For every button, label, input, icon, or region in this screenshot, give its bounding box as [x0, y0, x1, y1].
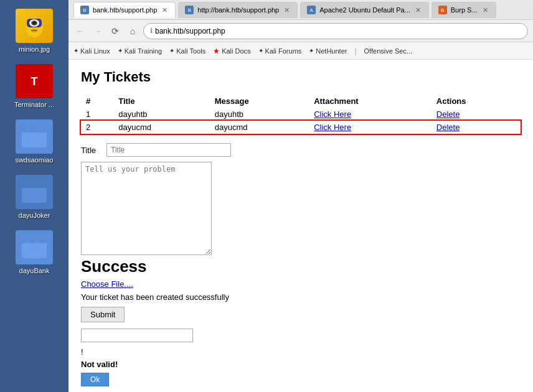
svg-text:T: T: [31, 75, 38, 88]
bookmark-kali-docs-label: Kali Docs: [222, 47, 250, 55]
tab2-title: http://bank.htb/support.php: [197, 6, 279, 14]
bookmark-kali-linux[interactable]: ✦ Kali Linux: [73, 47, 110, 55]
terminal-icon: T: [16, 64, 53, 98]
svg-point-4: [32, 21, 36, 24]
bookmark-kali-training[interactable]: ✦ Kali Training: [118, 47, 163, 55]
dayubank-label: dayuBank: [19, 267, 50, 274]
bookmark-kali-forums[interactable]: ✦ Kali Forums: [258, 47, 302, 55]
tab-3[interactable]: A Apache2 Ubuntu Default Pa... ✕: [300, 2, 429, 18]
form-title-row: Title: [81, 143, 521, 157]
empty-input[interactable]: [81, 329, 193, 342]
col-header-num: #: [81, 95, 113, 108]
success-area: Success: [81, 257, 521, 276]
col-header-message: Message: [210, 95, 309, 108]
bookmark-kali-tools-label: Kali Tools: [176, 47, 205, 55]
success-label: Success: [81, 257, 147, 276]
tab3-favicon: A: [307, 6, 316, 14]
table-header-row: # Title Message Attachment Actions: [81, 95, 521, 108]
table-row-highlighted: 2 dayucmd dayucmd Click Here Delete: [81, 121, 521, 134]
tab1-close[interactable]: ✕: [161, 6, 169, 14]
tab4-favicon: B: [438, 6, 447, 14]
row2-title: dayucmd: [113, 121, 210, 134]
bookmark-kali-tools[interactable]: ✦ Kali Tools: [169, 47, 205, 55]
desktop-icon-terminator[interactable]: T Terminator ...: [6, 62, 62, 111]
url-bar[interactable]: ℹ bank.htb/support.php: [143, 23, 528, 39]
bookmark-kali-training-label: Kali Training: [125, 47, 163, 55]
bookmark-nethunter[interactable]: ✦ NetHunter: [309, 47, 347, 55]
kali-forums-star: ✦: [258, 47, 263, 54]
swdsaomiao-label: swdsaomiao: [15, 156, 53, 164]
desktop-icon-dayujoker[interactable]: dayuJoker: [6, 172, 62, 222]
row1-attachment-link[interactable]: Click Here: [314, 110, 351, 119]
browser-addressbar: ← → ⟳ ⌂ ℹ bank.htb/support.php: [68, 20, 533, 42]
tab-4[interactable]: B Burp S... ✕: [432, 2, 496, 18]
url-text: bank.htb/support.php: [155, 27, 225, 35]
home-button[interactable]: ⌂: [126, 24, 139, 38]
minion-icon: [16, 9, 53, 43]
kali-training-star: ✦: [118, 47, 123, 54]
page-content: My Tickets # Title Message Attachment Ac…: [68, 60, 533, 392]
col-header-title: Title: [113, 95, 210, 108]
col-header-attachment: Attachment: [309, 95, 432, 108]
textarea-row: [81, 162, 521, 257]
tab1-title: bank.htb/support.php: [93, 6, 157, 14]
not-valid-text: Not valid!: [81, 360, 521, 369]
desktop-icon-swdsaomiao[interactable]: swdsaomiao: [6, 117, 62, 166]
table-row: 1 dayuhtb dayuhtb Click Here Delete: [81, 108, 521, 121]
kali-docs-icon: ★: [213, 47, 220, 55]
tab-2[interactable]: B http://bank.htb/support.php ✕: [178, 2, 298, 18]
col-header-actions: Actions: [432, 95, 521, 108]
dayujoker-label: dayuJoker: [19, 212, 50, 219]
tab4-close[interactable]: ✕: [481, 6, 489, 14]
title-input[interactable]: [106, 143, 231, 157]
title-form-label: Title: [81, 146, 103, 155]
choose-file-link[interactable]: Choose File....: [81, 279, 521, 289]
submit-button[interactable]: Submit: [81, 307, 125, 322]
page-title: My Tickets: [81, 69, 521, 85]
row1-title: dayuhtb: [113, 108, 210, 121]
bookmarks-bar: ✦ Kali Linux ✦ Kali Training ✦ Kali Tool…: [68, 42, 533, 60]
desktop-sidebar: minion.jpg T Terminator ... swdsaomiao d…: [0, 0, 68, 392]
ok-button[interactable]: Ok: [81, 373, 109, 386]
bookmark-kali-linux-label: Kali Linux: [80, 47, 110, 55]
row1-num: 1: [81, 108, 113, 121]
lock-icon: ℹ: [150, 27, 153, 35]
exclamation-text: !: [81, 347, 521, 357]
back-button[interactable]: ←: [73, 24, 87, 38]
row2-message: dayucmd: [210, 121, 309, 134]
tab-1[interactable]: B bank.htb/support.php ✕: [73, 2, 176, 18]
kali-linux-star: ✦: [73, 47, 78, 54]
desktop-icon-minion[interactable]: minion.jpg: [6, 6, 62, 55]
tab3-title: Apache2 Ubuntu Default Pa...: [319, 6, 410, 14]
browser-titlebar: B bank.htb/support.php ✕ B http://bank.h…: [68, 0, 533, 20]
browser-window: B bank.htb/support.php ✕ B http://bank.h…: [68, 0, 533, 392]
folder-swdsaomiao-icon: [16, 119, 53, 154]
forward-button[interactable]: →: [91, 24, 105, 38]
minion-label: minion.jpg: [19, 45, 50, 53]
bookmark-kali-docs[interactable]: ★ Kali Docs: [213, 47, 250, 55]
row2-num: 2: [81, 121, 113, 134]
empty-field-row: [81, 329, 521, 342]
bookmark-nethunter-label: NetHunter: [316, 47, 347, 55]
bookmark-offensive-sec-label: Offensive Sec...: [364, 47, 412, 55]
success-message: Your ticket has been created successfull…: [81, 292, 521, 302]
submit-row: Submit: [81, 307, 521, 329]
tab2-favicon: B: [185, 6, 194, 14]
tab4-title: Burp S...: [451, 6, 478, 14]
tickets-table: # Title Message Attachment Actions 1 day…: [81, 95, 521, 134]
folder-dayujoker-icon: [16, 175, 53, 209]
folder-dayubank-icon: [16, 230, 53, 264]
tab1-favicon: B: [80, 6, 89, 14]
desktop-icon-dayubank[interactable]: dayuBank: [6, 228, 62, 277]
separator-icon: |: [354, 47, 356, 55]
message-textarea[interactable]: [81, 162, 212, 255]
bookmark-offensive-sec[interactable]: Offensive Sec...: [364, 47, 412, 55]
row2-delete-link[interactable]: Delete: [436, 123, 460, 132]
tab3-close[interactable]: ✕: [414, 6, 422, 14]
nethunter-star: ✦: [309, 47, 314, 54]
row2-attachment-link[interactable]: Click Here: [314, 123, 351, 132]
ok-button-row: Ok: [81, 373, 521, 386]
tab2-close[interactable]: ✕: [283, 6, 291, 14]
row1-delete-link[interactable]: Delete: [436, 110, 460, 119]
reload-button[interactable]: ⟳: [108, 24, 122, 38]
